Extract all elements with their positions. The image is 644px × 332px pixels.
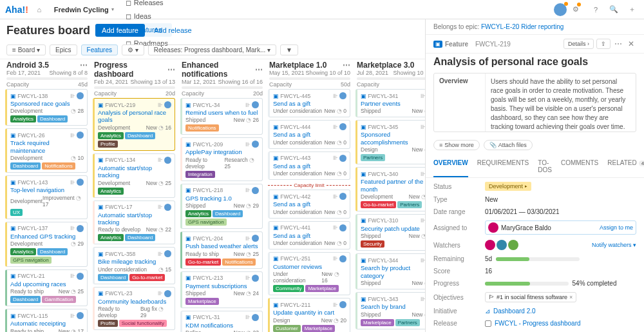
details-button[interactable]: Details › [564,39,594,49]
settings-gear-button[interactable]: ⚙ ▾ [122,44,144,55]
nav-ideas[interactable]: ◻Ideas [122,10,172,23]
close-icon[interactable]: ✕ [626,39,636,49]
page-title: Features board [6,24,90,37]
help-icon[interactable]: ? [589,3,603,17]
filter-button[interactable]: ▼ [280,44,298,55]
record-title[interactable]: Analysis of personal race goals [426,54,644,59]
more-menu-icon[interactable]: ⋯ [613,39,623,49]
home-icon[interactable]: ⌂ [32,3,46,17]
nav-releases[interactable]: ◻Releases [122,0,172,10]
share-button[interactable]: ⇪ [596,39,611,49]
bulb-icon: ◻ [126,12,131,21]
feature-details-panel: Belongs to epic: FWCYL-E-20 Rider report… [425,19,644,59]
features-toggle[interactable]: Features [81,44,118,55]
workspace-switcher[interactable]: Fredwin Cycling▾ [50,3,118,16]
view-board-button[interactable]: ≡ Board ▾ [6,44,46,55]
search-icon[interactable]: 🔍 [607,3,621,17]
logo[interactable]: Aha!! [5,5,28,15]
epic-link[interactable]: FWCYL-E-20 Rider reporting [481,23,564,30]
releases-filter[interactable]: Releases: Progress dashboard, Mark... ▾ [148,44,276,55]
add-feature-button[interactable]: Add feature [95,24,145,37]
feature-badge-icon: ▣ [433,41,442,48]
top-navbar: Aha!! ⌂ Fredwin Cycling▾ ◻Info◻Strategy◻… [0,0,644,19]
gear-icon[interactable]: ⚙ [571,3,585,17]
current-user-avatar[interactable] [554,3,567,16]
breadcrumb: Belongs to epic: FWCYL-E-20 Rider report… [426,19,644,35]
add-icon[interactable]: ＋ [625,3,639,17]
box-icon: ◻ [126,0,131,7]
epics-toggle[interactable]: Epics [50,44,77,55]
add-release-button[interactable]: Add release [150,26,196,35]
record-ref: ▣ Feature FWCYL-219 [433,41,511,48]
